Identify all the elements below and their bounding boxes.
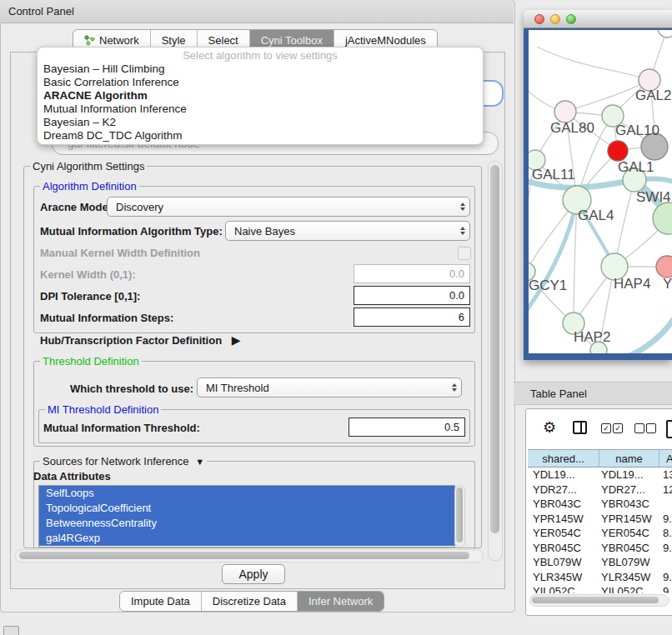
mi-steps-label: Mutual Information Steps: [40,312,173,324]
table-cell: YBR045C [528,542,599,554]
control-panel-titlebar: Control Panel [0,0,514,23]
settings-vscrollbar-thumb[interactable] [490,165,499,533]
table-column-header[interactable]: shared... [528,449,599,468]
settings-hscrollbar[interactable] [15,549,484,562]
table-row[interactable]: YBR045CYBR045C9. [528,541,672,556]
network-view-frame: GAL2GAL80GAL10GAL1GAL11SWI4GAL4GCY1HAP4Y… [524,28,672,360]
kernel-width-value: 0.0 [449,268,464,280]
combo-arrows-icon [460,222,465,240]
mi-type-combo[interactable]: Naive Bayes [225,221,470,241]
table-row[interactable]: YIL052CYIL052C9 [528,584,672,593]
sources-legend-label: Sources for Network Inference [43,455,189,468]
hub-section-toggle[interactable]: Hub/Transcription Factor Definition ▶ [40,333,241,347]
control-panel-title: Control Panel [8,5,74,18]
settings-hscrollbar-thumb[interactable] [19,552,469,559]
gear-icon[interactable]: ⚙ [543,418,556,437]
algorithm-option[interactable]: Bayesian – Hill Climbing [38,62,483,76]
tab-select-label: Select [208,34,238,47]
table-cell: YDL19... [528,468,599,481]
kernel-width-field[interactable]: 0.0 [354,264,470,283]
network-canvas[interactable]: GAL2GAL80GAL10GAL1GAL11SWI4GAL4GCY1HAP4Y… [529,30,672,353]
checked-checkbox-icon[interactable]: ✓ [613,423,623,433]
table-row[interactable]: YPR145WYPR145W9. [528,512,672,527]
network-node-y[interactable] [656,256,672,278]
table-hscrollbar[interactable] [529,594,669,607]
expand-right-icon: ▶ [232,333,241,347]
tab-infer-network-label: Infer Network [308,595,373,608]
network-tab-icon [84,35,95,46]
algorithm-option[interactable]: Mutual Information Inference [38,102,483,116]
table-cell: YBL079W [599,556,659,568]
sources-legend[interactable]: Sources for Network Inference ▼ [40,455,207,468]
mi-steps-field[interactable]: 6 [354,308,470,327]
cyni-bottom-tabbar: Impute Data Discretize Data Infer Networ… [119,591,384,612]
data-attribute-item[interactable]: SelfLoops [39,486,454,501]
dpi-tolerance-field[interactable]: 0.0 [354,286,470,305]
table-row[interactable]: YBR043CYBR043C [528,497,672,512]
table-cell: YBR043C [599,498,659,510]
tab-impute-data[interactable]: Impute Data [120,592,201,611]
network-node-gal1[interactable] [608,141,628,161]
table-row[interactable]: YLR345WYLR345W9. [528,570,672,585]
table-column-header[interactable]: A [659,449,672,468]
attribute-list-scrollbar-thumb[interactable] [456,488,463,542]
combo-arrows-icon [460,198,465,216]
network-node-label: GAL4 [578,208,614,223]
close-traffic-light[interactable] [534,14,544,24]
which-threshold-combo[interactable]: MI Threshold [197,378,462,398]
algorithm-option[interactable]: Dream8 DC_TDC Algorithm [38,129,483,142]
aracne-mode-combo[interactable]: Discovery [107,197,470,217]
manual-kernel-label: Manual Kernel Width Definition [40,247,200,259]
network-node[interactable] [658,30,672,38]
table-cell: YLR345W [528,571,599,583]
collapse-corner-button[interactable] [3,626,19,635]
network-node-label: GAL11 [532,167,575,182]
table-cell: YIL052C [528,585,599,593]
unchecked-checkbox-icon[interactable] [634,423,644,433]
mi-steps-value: 6 [459,311,464,323]
unchecked-checkbox-icon[interactable] [646,423,656,433]
checked-checkbox-icon[interactable]: ✓ [601,423,611,433]
mi-threshold-field[interactable]: 0.5 [349,418,465,437]
algorithm-option[interactable]: Basic Correlation Inference [38,76,483,89]
apply-button[interactable]: Apply [222,564,285,584]
kernel-width-label: Kernel Width (0,1): [40,268,136,281]
algorithm-option[interactable]: Bayesian – K2 [38,116,483,129]
mi-threshold-legend: MI Threshold Definition [45,403,161,416]
algorithm-popup-list: Bayesian – Hill ClimbingBasic Correlatio… [38,62,483,142]
data-attribute-item[interactable]: gal4RGexp [39,531,454,546]
tab-impute-data-label: Impute Data [131,595,190,608]
data-attribute-item[interactable]: BetweennessCentrality [39,516,454,531]
zoom-traffic-light[interactable] [566,14,576,24]
table-cell: YBR045C [599,542,659,554]
table-panel-window: ⚙ ✓ ✓ shared...nameA YDL19...YDL19...13Y… [525,408,672,616]
tab-jactivemnodules-label: jActiveMNodules [345,34,426,47]
table-row[interactable]: YDL19...YDL19...13 [528,468,672,482]
tab-infer-network[interactable]: Infer Network [297,592,384,611]
attribute-list-scrollbar[interactable] [454,485,465,548]
table-column-header[interactable]: name [599,449,659,468]
network-node[interactable] [653,202,672,234]
table-cell: 9. [659,571,672,583]
column-layout-icon[interactable] [573,421,587,434]
table-cell: YDL19... [599,468,659,481]
algorithm-popup-placeholder: Select algorithm to view settings [38,49,483,62]
table-mode-icon[interactable] [666,420,672,438]
network-node-label: SWI4 [636,189,671,205]
table-hscrollbar-thumb[interactable] [532,597,659,603]
minimize-traffic-light[interactable] [550,14,560,24]
table-row[interactable]: YBL079WYBL079W [528,555,672,570]
table-cell: YBR043C [528,498,599,510]
tab-discretize-data[interactable]: Discretize Data [201,592,297,611]
network-node-label: GAL2 [635,88,671,103]
table-row[interactable]: YER054CYER054C8. [528,526,672,541]
manual-kernel-checkbox[interactable] [458,247,471,260]
table-cell: YPR145W [599,512,659,525]
table-cell: 12 [659,483,672,496]
aracne-mode-value: Discovery [116,201,163,213]
table-row[interactable]: YDR27...YDR27...12 [528,482,672,498]
data-attribute-item[interactable]: TopologicalCoefficient [39,501,454,516]
settings-vscrollbar[interactable] [488,161,503,561]
algorithm-option[interactable]: ARACNE Algorithm [38,89,483,102]
collapse-down-icon: ▼ [195,457,204,467]
